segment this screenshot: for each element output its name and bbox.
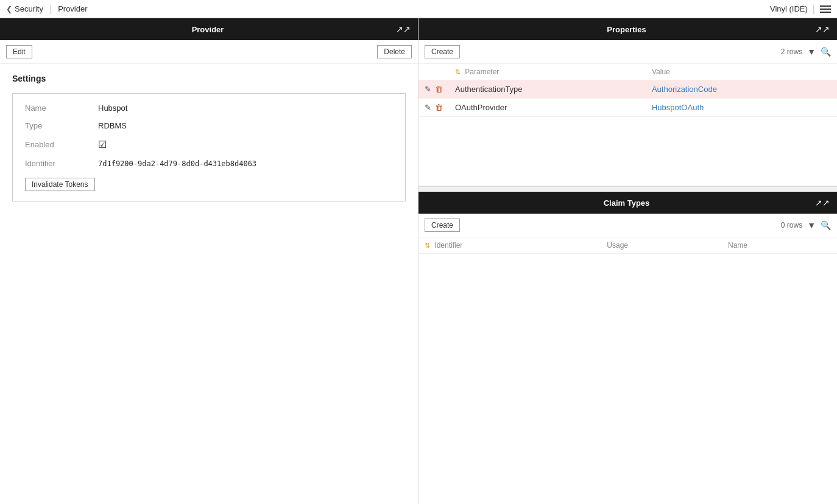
usage-col-label: Usage bbox=[607, 241, 628, 250]
claim-types-panel: Claim Types ↗ Create 0 rows ▼ 🔍 bbox=[418, 192, 837, 504]
properties-expand-icon[interactable]: ↗ bbox=[815, 24, 830, 34]
claim-types-table: ⇅ Identifier Usage Name bbox=[418, 237, 837, 254]
properties-table: ⇅ Parameter Value ✎🗑AuthenticationTypeAu… bbox=[418, 64, 837, 117]
value-cell: HubspotOAuth bbox=[646, 99, 837, 117]
parameter-cell: OAuthProvider bbox=[449, 99, 646, 117]
delete-row-icon[interactable]: 🗑 bbox=[435, 103, 443, 112]
settings-card: Name Hubspot Type RDBMS Enabled ☑ Identi… bbox=[12, 93, 406, 201]
actions-col-header bbox=[418, 64, 449, 80]
claim-types-table-wrap: ⇅ Identifier Usage Name bbox=[418, 237, 837, 504]
topbar-current-page: Provider bbox=[58, 4, 87, 13]
action-cell: ✎🗑 bbox=[425, 85, 443, 94]
claim-types-toolbar-right: 0 rows ▼ 🔍 bbox=[781, 220, 831, 230]
topbar-separator: | bbox=[49, 4, 52, 15]
claim-types-panel-title: Claim Types bbox=[438, 198, 815, 208]
claim-types-rows-count: 0 rows bbox=[781, 221, 802, 229]
claim-types-table-head: ⇅ Identifier Usage Name bbox=[418, 237, 837, 254]
usage-col-header: Usage bbox=[601, 237, 722, 254]
identifier-sort-icon[interactable]: ⇅ bbox=[425, 242, 430, 249]
value-col-header: Value bbox=[646, 64, 837, 80]
enabled-row: Enabled ☑ bbox=[25, 139, 393, 150]
identifier-col-label: Identifier bbox=[434, 241, 462, 250]
properties-search-icon[interactable]: 🔍 bbox=[821, 47, 831, 57]
properties-table-header-row: ⇅ Parameter Value bbox=[418, 64, 837, 80]
claim-types-filter-icon[interactable]: ▼ bbox=[807, 220, 816, 230]
settings-title: Settings bbox=[12, 74, 406, 83]
name-value: Hubspot bbox=[98, 103, 127, 113]
identifier-col-header: ⇅ Identifier bbox=[418, 237, 601, 254]
invalidate-tokens-button[interactable]: Invalidate Tokens bbox=[25, 178, 95, 191]
provider-toolbar-right: Delete bbox=[377, 45, 412, 58]
name-col-label: Name bbox=[728, 241, 747, 250]
main-content: Provider ↗ Edit Delete Settings Name Hub… bbox=[0, 18, 837, 504]
provider-panel-header: Provider ↗ bbox=[0, 18, 418, 40]
left-panel: Provider ↗ Edit Delete Settings Name Hub… bbox=[0, 18, 418, 504]
claim-types-expand-icon[interactable]: ↗ bbox=[815, 198, 830, 208]
delete-button[interactable]: Delete bbox=[377, 45, 412, 58]
properties-panel-header: Properties ↗ bbox=[418, 18, 837, 40]
identifier-value: 7d1f9200-9da2-4d79-8d0d-d431eb8d4063 bbox=[98, 159, 256, 168]
value-cell: AuthorizationCode bbox=[646, 80, 837, 99]
enabled-checkbox: ☑ bbox=[98, 139, 107, 150]
properties-table-body: ✎🗑AuthenticationTypeAuthorizationCode✎🗑O… bbox=[418, 80, 837, 117]
parameter-col-header: ⇅ Parameter bbox=[449, 64, 646, 80]
properties-rows-count: 2 rows bbox=[781, 47, 802, 56]
edit-button[interactable]: Edit bbox=[6, 45, 32, 58]
properties-filter-icon[interactable]: ▼ bbox=[807, 47, 816, 57]
right-panel: Properties ↗ Create 2 rows ▼ 🔍 bbox=[418, 18, 837, 504]
type-label: Type bbox=[25, 121, 98, 130]
row-actions: ✎🗑 bbox=[418, 80, 449, 99]
row-actions: ✎🗑 bbox=[418, 99, 449, 117]
edit-row-icon[interactable]: ✎ bbox=[425, 85, 431, 94]
properties-table-head: ⇅ Parameter Value bbox=[418, 64, 837, 80]
topbar-left: ❮ Security | Provider bbox=[6, 4, 88, 15]
edit-row-icon[interactable]: ✎ bbox=[425, 103, 431, 112]
claim-types-toolbar: Create 0 rows ▼ 🔍 bbox=[418, 214, 837, 237]
table-row: ✎🗑AuthenticationTypeAuthorizationCode bbox=[418, 80, 837, 99]
action-cell: ✎🗑 bbox=[425, 103, 443, 112]
type-value: RDBMS bbox=[98, 121, 127, 130]
parameter-sort-icon[interactable]: ⇅ bbox=[455, 68, 461, 75]
topbar: ❮ Security | Provider Vinyl (IDE) | bbox=[0, 0, 837, 18]
app-name: Vinyl (IDE) bbox=[770, 4, 808, 13]
claim-types-create-button[interactable]: Create bbox=[425, 219, 460, 232]
identifier-row: Identifier 7d1f9200-9da2-4d79-8d0d-d431e… bbox=[25, 159, 393, 168]
value-col-label: Value bbox=[652, 68, 670, 76]
back-label: Security bbox=[15, 4, 43, 13]
claim-types-panel-header: Claim Types ↗ bbox=[418, 192, 837, 214]
provider-panel-title: Provider bbox=[19, 25, 396, 34]
provider-expand-icon[interactable]: ↗ bbox=[396, 24, 411, 34]
name-label: Name bbox=[25, 103, 98, 113]
claim-types-header-row: ⇅ Identifier Usage Name bbox=[418, 237, 837, 254]
claim-types-search-icon[interactable]: 🔍 bbox=[821, 220, 831, 230]
name-row: Name Hubspot bbox=[25, 103, 393, 113]
properties-toolbar: Create 2 rows ▼ 🔍 bbox=[418, 40, 837, 64]
value-link[interactable]: HubspotOAuth bbox=[652, 103, 704, 112]
properties-toolbar-right: 2 rows ▼ 🔍 bbox=[781, 47, 831, 57]
provider-toolbar: Edit Delete bbox=[0, 40, 418, 64]
properties-create-button[interactable]: Create bbox=[425, 45, 460, 58]
enabled-label: Enabled bbox=[25, 140, 98, 149]
chevron-left-icon: ❮ bbox=[6, 5, 12, 13]
settings-section: Settings Name Hubspot Type RDBMS Enabled… bbox=[0, 64, 418, 504]
invalidate-btn-wrap: Invalidate Tokens bbox=[25, 178, 393, 191]
parameter-cell: AuthenticationType bbox=[449, 80, 646, 99]
identifier-label: Identifier bbox=[25, 159, 98, 168]
properties-panel: Properties ↗ Create 2 rows ▼ 🔍 bbox=[418, 18, 837, 187]
name-col-header: Name bbox=[722, 237, 837, 254]
properties-panel-title: Properties bbox=[438, 25, 815, 34]
value-link[interactable]: AuthorizationCode bbox=[652, 85, 717, 94]
topbar-right: Vinyl (IDE) | bbox=[770, 4, 831, 15]
parameter-col-label: Parameter bbox=[465, 68, 499, 76]
table-row: ✎🗑OAuthProviderHubspotOAuth bbox=[418, 99, 837, 117]
back-link[interactable]: ❮ Security bbox=[6, 4, 43, 13]
menu-icon[interactable] bbox=[820, 5, 831, 13]
delete-row-icon[interactable]: 🗑 bbox=[435, 85, 443, 94]
topbar-vert-sep: | bbox=[813, 4, 815, 15]
type-row: Type RDBMS bbox=[25, 121, 393, 130]
properties-table-wrap: ⇅ Parameter Value ✎🗑AuthenticationTypeAu… bbox=[418, 64, 837, 186]
